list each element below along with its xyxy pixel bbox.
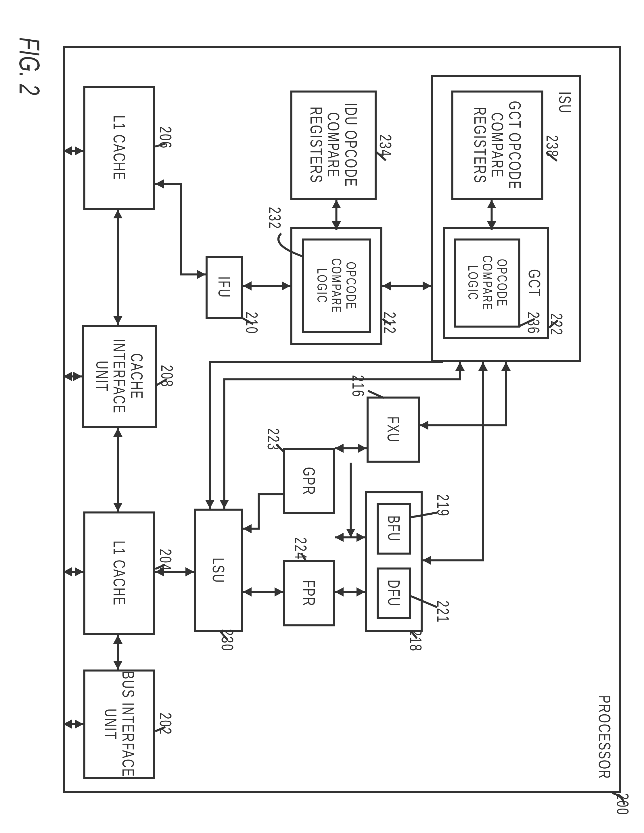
gct-opcode-compare-logic: OPCODE COMPARE LOGIC [454,238,520,328]
l1-icache-label: L1 CACHE [111,115,128,180]
bus-interface-unit-box: BUS INTERFACE UNIT [84,669,155,779]
fxu-label: FXU [385,416,402,443]
lsu-label: LSU [210,558,227,583]
gct-opcode-compare-registers-label: GCT OPCODE COMPARE REGISTERS [471,101,524,190]
bus-interface-unit-label: BUS INTERFACE UNIT [102,671,137,777]
figure-caption: FIG. 2 [13,37,46,96]
bfu-ref: 219 [433,494,453,517]
isu-title: ISU [556,92,573,114]
l1-dcache-box: L1 CACHE [84,511,155,635]
ifu-ref: 210 [242,312,262,334]
idu-opcode-compare-logic: OPCODE COMPARE LOGIC [302,238,371,333]
fxu-box: FXU [367,397,420,463]
lsu-box: LSU [194,508,243,632]
bus-interface-unit-ref: 202 [156,712,175,735]
gct-opcode-compare-registers: GCT OPCODE COMPARE REGISTERS [451,90,543,200]
gct-ref: 222 [547,313,567,336]
fxu-ref: 216 [349,375,368,397]
gpr-box: GPR [283,448,335,515]
processor-title: PROCESSOR [596,695,613,780]
gct-opcode-compare-logic-label: OPCODE COMPARE LOGIC [465,256,509,310]
bfu-box: BFU [377,503,411,555]
l1-icache-box: L1 CACHE [84,86,155,210]
fpr-label: FPR [300,580,318,606]
idu-ref: 212 [380,312,399,334]
idu-opcode-compare-registers: IDU OPCODE COMPARE REGISTERS [290,90,377,200]
l1-icache-ref: 206 [156,126,175,149]
dfu-box: DFU [377,568,411,619]
lsu-ref: 230 [218,629,237,651]
gct-opcode-compare-logic-ref: 236 [524,312,543,334]
idu-opcode-compare-registers-label: IDU OPCODE COMPARE REGISTERS [308,103,360,187]
fpu-ref: 218 [406,629,425,652]
bfu-label: BFU [385,516,403,542]
idu-opcode-compare-logic-ref: 232 [266,207,285,229]
fpr-box: FPR [283,560,335,626]
fpr-ref: 224 [291,537,311,560]
cache-interface-unit-box: CACHE INTERFACE UNIT [82,325,157,428]
gct-opcode-compare-registers-ref: 238 [543,135,562,158]
cache-interface-unit-ref: 208 [158,365,177,388]
idu-opcode-compare-logic-label: OPCODE COMPARE LOGIC [314,258,358,314]
ifu-label: IFU [216,277,233,298]
l1-dcache-ref: 204 [156,549,175,571]
gct-label: GCT [526,269,543,297]
gpr-ref: 223 [264,428,283,450]
cache-interface-unit-label: CACHE INTERFACE UNIT [93,339,146,414]
l1-dcache-label: L1 CACHE [111,540,128,606]
idu-opcode-compare-registers-ref: 234 [376,135,395,157]
ifu-box: IFU [206,256,243,319]
processor-ref: 200 [613,793,633,815]
gpr-label: GPR [300,467,318,495]
dfu-ref: 221 [433,601,453,623]
dfu-label: DFU [385,580,403,607]
